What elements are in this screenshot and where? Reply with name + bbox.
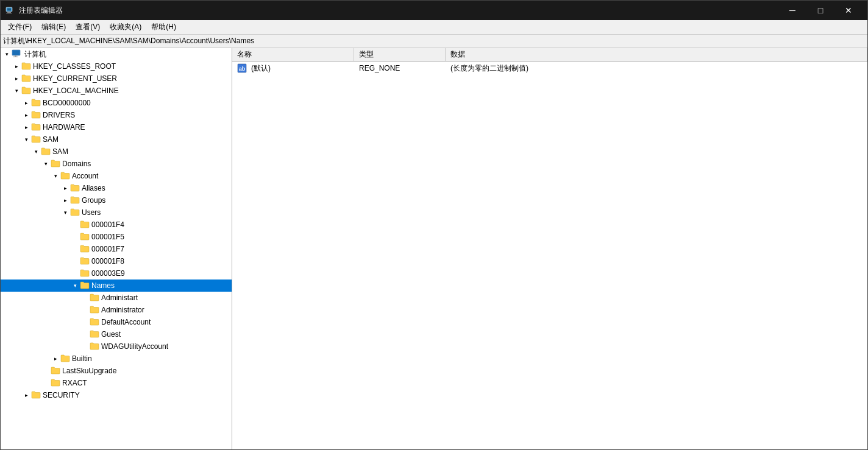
tree-node-label: HKEY_CURRENT_USER xyxy=(33,74,117,83)
tree-node-label: SAM xyxy=(43,135,59,144)
menu-help[interactable]: 帮助(H) xyxy=(146,21,181,33)
tree-pane[interactable]: ▾ 计算机▸ HKEY_CLASSES_ROOT▸ HKEY_CURRENT_U… xyxy=(1,48,232,449)
folder-icon xyxy=(80,281,90,291)
tree-node-current_user[interactable]: ▸ HKEY_CURRENT_USER xyxy=(1,72,232,85)
folder-icon xyxy=(31,98,41,108)
tree-node-label: Guest xyxy=(101,330,121,339)
tree-node-guest[interactable]: Guest xyxy=(1,328,232,340)
tree-node-sam[interactable]: ▾ SAM xyxy=(1,133,232,146)
tree-node-local_machine[interactable]: ▾ HKEY_LOCAL_MACHINE xyxy=(1,85,232,97)
col-header-type: 类型 xyxy=(354,48,446,61)
tree-node-defaultaccount[interactable]: DefaultAccount xyxy=(1,316,232,328)
folder-icon xyxy=(90,293,99,303)
cell-type: REG_NONE xyxy=(354,63,446,74)
expand-spacer xyxy=(70,219,80,231)
tree-node-builtin[interactable]: ▸ Builtin xyxy=(1,353,232,365)
folder-icon xyxy=(90,305,99,315)
tree-node-account[interactable]: ▾ Account xyxy=(1,170,232,182)
expand-icon: ▸ xyxy=(12,60,21,72)
folder-icon xyxy=(90,329,99,340)
folder-icon xyxy=(70,208,80,218)
expand-spacer xyxy=(70,243,80,255)
col-header-name: 名称 xyxy=(232,48,354,61)
folder-icon xyxy=(21,62,31,72)
expand-spacer xyxy=(80,340,90,353)
folder-icon xyxy=(21,86,31,96)
tree-node-label: SECURITY xyxy=(43,391,80,399)
tree-node-label: 000001F5 xyxy=(91,233,124,241)
expand-spacer xyxy=(70,231,80,243)
window-controls: ─ □ ✕ xyxy=(778,1,863,20)
collapse-icon: ▾ xyxy=(41,158,51,170)
menu-bar: 文件(F) 编辑(E) 查看(V) 收藏夹(A) 帮助(H) xyxy=(1,20,867,35)
tree-node-label: Administart xyxy=(101,294,138,302)
folder-icon xyxy=(70,183,80,194)
table-row[interactable]: ab (默认)REG_NONE(长度为零的二进制制值) xyxy=(232,62,867,75)
folder-icon xyxy=(80,256,90,267)
folder-icon xyxy=(31,390,41,401)
tree-node-domains[interactable]: ▾ Domains xyxy=(1,158,232,170)
menu-edit[interactable]: 编辑(E) xyxy=(37,21,71,33)
menu-view[interactable]: 查看(V) xyxy=(71,21,105,33)
tree-node-label: Users xyxy=(82,208,101,217)
menu-favorites[interactable]: 收藏夹(A) xyxy=(105,21,146,33)
tree-node-wdag[interactable]: WDAGUtilityAccount xyxy=(1,340,232,353)
computer-icon xyxy=(12,49,23,59)
svg-rect-3 xyxy=(6,13,12,14)
folder-icon xyxy=(31,122,41,133)
tree-node-bcd[interactable]: ▸ BCD00000000 xyxy=(1,97,232,109)
expand-spacer xyxy=(41,377,51,389)
tree-node-label: Names xyxy=(91,281,115,290)
tree-node-classes_root[interactable]: ▸ HKEY_CLASSES_ROOT xyxy=(1,60,232,72)
col-header-data: 数据 xyxy=(446,48,867,61)
expand-icon: ▸ xyxy=(60,182,70,194)
expand-icon: ▸ xyxy=(12,72,21,85)
tree-node-label: 000003E9 xyxy=(91,269,125,278)
folder-icon xyxy=(41,147,51,157)
minimize-button[interactable]: ─ xyxy=(778,1,806,20)
address-text: 计算机\HKEY_LOCAL_MACHINE\SAM\SAM\Domains\A… xyxy=(3,36,254,46)
title-bar: 注册表编辑器 ─ □ ✕ xyxy=(1,1,867,20)
tree-node-hardware[interactable]: ▸ HARDWARE xyxy=(1,121,232,133)
tree-node-security[interactable]: ▸ SECURITY xyxy=(1,389,232,401)
tree-node-u2[interactable]: 000001F5 xyxy=(1,231,232,243)
main-content: ▾ 计算机▸ HKEY_CLASSES_ROOT▸ HKEY_CURRENT_U… xyxy=(1,48,867,449)
folder-icon xyxy=(90,317,99,328)
folder-icon xyxy=(51,378,60,388)
maximize-button[interactable]: □ xyxy=(806,1,834,20)
tree-node-u4[interactable]: 000001F8 xyxy=(1,255,232,267)
svg-rect-1 xyxy=(7,9,11,11)
folder-icon xyxy=(51,366,60,376)
tree-node-drivers[interactable]: ▸ DRIVERS xyxy=(1,109,232,121)
folder-icon xyxy=(31,110,41,121)
tree-node-lastsku[interactable]: LastSkuUpgrade xyxy=(1,365,232,377)
tree-node-users[interactable]: ▾ Users xyxy=(1,206,232,219)
collapse-icon: ▾ xyxy=(60,206,70,219)
expand-icon: ▸ xyxy=(21,121,31,133)
tree-node-rxact[interactable]: RXACT xyxy=(1,377,232,389)
tree-node-u3[interactable]: 000001F7 xyxy=(1,243,232,255)
tree-node-computer[interactable]: ▾ 计算机 xyxy=(1,48,232,60)
tree-node-sam2[interactable]: ▾ SAM xyxy=(1,146,232,158)
menu-file[interactable]: 文件(F) xyxy=(3,21,37,33)
folder-icon xyxy=(80,244,90,255)
tree-node-label: Account xyxy=(72,172,98,180)
tree-node-u5[interactable]: 000003E9 xyxy=(1,267,232,279)
expand-spacer xyxy=(70,255,80,267)
tree-node-groups[interactable]: ▸ Groups xyxy=(1,194,232,206)
expand-spacer xyxy=(80,316,90,328)
tree-node-aliases[interactable]: ▸ Aliases xyxy=(1,182,232,194)
expand-spacer xyxy=(80,292,90,304)
collapse-icon: ▾ xyxy=(51,170,60,182)
tree-node-label: 计算机 xyxy=(24,49,46,60)
tree-node-administart[interactable]: Administart xyxy=(1,292,232,304)
folder-icon xyxy=(90,342,99,352)
tree-node-u1[interactable]: 000001F4 xyxy=(1,219,232,231)
tree-node-administrator[interactable]: Administrator xyxy=(1,304,232,316)
expand-spacer xyxy=(70,267,80,279)
tree-node-names[interactable]: ▾ Names xyxy=(1,279,232,292)
folder-icon xyxy=(80,232,90,242)
close-button[interactable]: ✕ xyxy=(834,1,863,20)
registry-editor-window: 注册表编辑器 ─ □ ✕ 文件(F) 编辑(E) 查看(V) 收藏夹(A) 帮助… xyxy=(0,0,868,450)
svg-rect-2 xyxy=(7,12,11,13)
